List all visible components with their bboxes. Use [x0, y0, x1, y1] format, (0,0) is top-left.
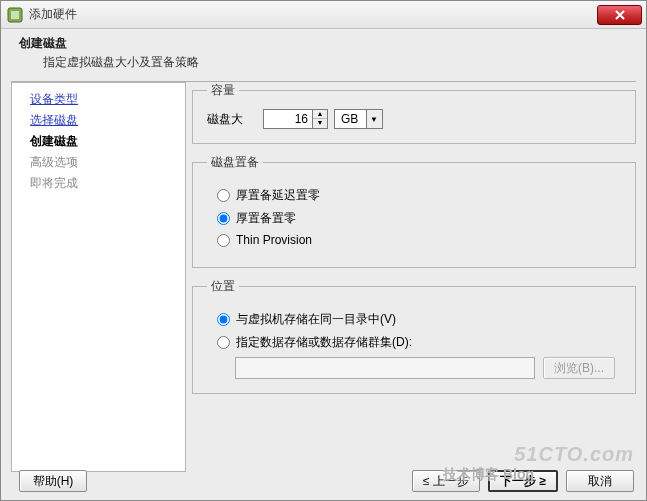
back-button[interactable]: ≤ 上一步	[412, 470, 480, 492]
capacity-group: 容量 磁盘大 ▲ ▼ GB ▼	[192, 82, 636, 144]
provision-group: 磁盘置备 厚置备延迟置零 厚置备置零 Thin Provision	[192, 154, 636, 268]
capacity-legend: 容量	[207, 82, 239, 99]
radio-location-specify[interactable]	[217, 336, 230, 349]
disk-size-unit-select[interactable]: GB ▼	[334, 109, 383, 129]
radio-thick-eager-label: 厚置备置零	[236, 210, 296, 227]
step-create-disk: 创建磁盘	[30, 133, 185, 150]
step-ready: 即将完成	[30, 175, 185, 192]
radio-thick-eager[interactable]	[217, 212, 230, 225]
wizard-header: 创建磁盘 指定虚拟磁盘大小及置备策略	[1, 29, 646, 81]
disk-size-unit-value: GB	[335, 112, 366, 126]
disk-size-label: 磁盘大	[207, 111, 257, 128]
svg-rect-1	[11, 11, 19, 19]
radio-thin[interactable]	[217, 234, 230, 247]
radio-thick-lazy[interactable]	[217, 189, 230, 202]
spinner-arrows[interactable]: ▲ ▼	[312, 110, 327, 128]
radio-location-same[interactable]	[217, 313, 230, 326]
wizard-footer: 帮助(H) 技术博客 Blog ≤ 上一步 下一步 ≥ 取消	[1, 470, 646, 492]
app-icon	[7, 7, 23, 23]
provision-legend: 磁盘置备	[207, 154, 263, 171]
location-option-specify[interactable]: 指定数据存储或数据存储群集(D):	[217, 334, 621, 351]
disk-size-spinner[interactable]: ▲ ▼	[263, 109, 328, 129]
wizard-body: 设备类型 选择磁盘 创建磁盘 高级选项 即将完成 容量 磁盘大 ▲ ▼	[1, 82, 646, 472]
step-advanced: 高级选项	[30, 154, 185, 171]
wizard-steps: 设备类型 选择磁盘 创建磁盘 高级选项 即将完成	[11, 82, 186, 472]
page-title: 创建磁盘	[19, 35, 630, 52]
location-group: 位置 与虚拟机存储在同一目录中(V) 指定数据存储或数据存储群集(D): 浏览(…	[192, 278, 636, 394]
cancel-button[interactable]: 取消	[566, 470, 634, 492]
next-button[interactable]: 下一步 ≥	[488, 470, 558, 492]
location-option-same[interactable]: 与虚拟机存储在同一目录中(V)	[217, 311, 621, 328]
radio-thick-lazy-label: 厚置备延迟置零	[236, 187, 320, 204]
location-legend: 位置	[207, 278, 239, 295]
radio-thin-label: Thin Provision	[236, 233, 312, 247]
radio-location-same-label: 与虚拟机存储在同一目录中(V)	[236, 311, 396, 328]
window-title: 添加硬件	[29, 6, 77, 23]
provision-option-thin[interactable]: Thin Provision	[217, 233, 621, 247]
datastore-path-input	[235, 357, 535, 379]
titlebar: 添加硬件	[1, 1, 646, 29]
spinner-down-icon[interactable]: ▼	[313, 119, 327, 128]
help-button[interactable]: 帮助(H)	[19, 470, 87, 492]
dialog-window: 添加硬件 创建磁盘 指定虚拟磁盘大小及置备策略 设备类型 选择磁盘 创建磁盘 高…	[0, 0, 647, 501]
provision-option-thick-eager[interactable]: 厚置备置零	[217, 210, 621, 227]
page-subtitle: 指定虚拟磁盘大小及置备策略	[43, 54, 630, 71]
close-button[interactable]	[597, 5, 642, 25]
spinner-up-icon[interactable]: ▲	[313, 110, 327, 119]
radio-location-specify-label: 指定数据存储或数据存储群集(D):	[236, 334, 412, 351]
step-device-type[interactable]: 设备类型	[30, 91, 185, 108]
provision-option-thick-lazy[interactable]: 厚置备延迟置零	[217, 187, 621, 204]
wizard-content: 容量 磁盘大 ▲ ▼ GB ▼	[192, 82, 636, 472]
disk-size-input[interactable]	[264, 110, 312, 128]
step-select-disk[interactable]: 选择磁盘	[30, 112, 185, 129]
chevron-down-icon[interactable]: ▼	[366, 110, 382, 128]
browse-button: 浏览(B)...	[543, 357, 615, 379]
